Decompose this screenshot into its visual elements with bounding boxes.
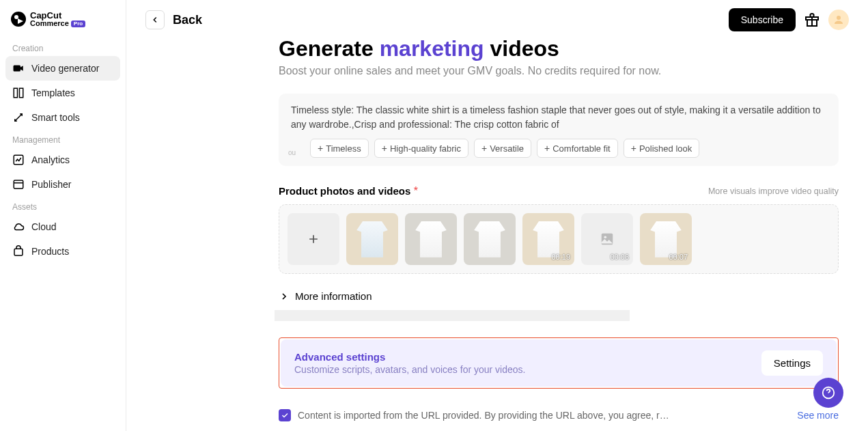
content: Generate marketing videos Boost your onl… [126, 40, 868, 431]
sidebar-item-cloud[interactable]: Cloud [5, 214, 120, 239]
brand-text: CapCut Commerce Pro [30, 11, 85, 27]
tag-versatile[interactable]: +Versatile [474, 139, 531, 158]
sidebar-item-label: Analytics [31, 154, 70, 165]
video-generator-icon [12, 62, 25, 74]
media-label: Product photos and videos * [279, 185, 418, 197]
sidebar-item-video-generator[interactable]: Video generator [5, 56, 120, 81]
media-item[interactable]: 00:06 [581, 213, 633, 265]
tag-comfortable-fit[interactable]: +Comfortable fit [537, 139, 618, 158]
media-item[interactable]: 00:19 [522, 213, 574, 265]
back-label: Back [173, 13, 202, 27]
sidebar-item-label: Publisher [31, 179, 71, 190]
tag-list: +Timeless +High-quality fabric +Versatil… [291, 139, 826, 158]
media-item[interactable]: 00:07 [640, 213, 692, 265]
description-counter: ou [288, 150, 296, 156]
plus-icon: + [631, 143, 636, 154]
sidebar-item-products[interactable]: Products [5, 239, 120, 264]
advanced-settings-highlight: Advanced settings Customize scripts, ava… [279, 337, 839, 389]
media-add-button[interactable] [288, 213, 339, 265]
settings-button[interactable]: Settings [761, 350, 823, 376]
media-hint: More visuals improve video quality [708, 186, 839, 196]
plus-icon: + [318, 143, 323, 154]
sidebar-item-label: Templates [31, 87, 75, 98]
description-box[interactable]: Timeless style: The classic white shirt … [279, 94, 839, 166]
advanced-desc: Customize scripts, avatars, and voices f… [294, 364, 525, 375]
sidebar-item-label: Cloud [31, 221, 57, 232]
question-icon [821, 385, 836, 400]
topbar: Back Subscribe [126, 0, 868, 40]
plus-icon: + [481, 143, 487, 154]
description-text: Timeless style: The classic white shirt … [291, 103, 826, 132]
sidebar: CapCut Commerce Pro Creation Video gener… [0, 0, 126, 431]
sidebar-item-analytics[interactable]: Analytics [5, 148, 120, 172]
svg-rect-1 [14, 88, 17, 98]
svg-point-10 [604, 236, 606, 239]
media-duration: 00:06 [610, 253, 629, 261]
media-item[interactable] [346, 213, 398, 265]
advanced-settings-panel: Advanced settings Customize scripts, ava… [281, 339, 837, 387]
svg-rect-0 [14, 66, 21, 72]
products-icon [12, 245, 25, 258]
media-section-header: Product photos and videos * More visuals… [279, 185, 839, 197]
media-item[interactable] [405, 213, 457, 265]
image-placeholder-icon [600, 232, 615, 247]
media-duration: 00:07 [669, 253, 688, 261]
svg-rect-4 [14, 180, 23, 189]
media-item[interactable] [464, 213, 516, 265]
sidebar-item-templates[interactable]: Templates [5, 81, 120, 105]
subscribe-button[interactable]: Subscribe [729, 8, 796, 31]
see-more-link[interactable]: See more [797, 410, 839, 421]
sidebar-item-smart-tools[interactable]: Smart tools [5, 105, 120, 130]
consent-text: Content is imported from the URL provide… [298, 410, 790, 421]
main: Back Subscribe Generate marketing videos… [126, 0, 868, 431]
pro-badge: Pro [71, 20, 85, 27]
publisher-icon [12, 178, 25, 191]
media-duration: 00:19 [551, 253, 570, 261]
collapsed-placeholder [275, 310, 630, 321]
brand-line2: Commerce Pro [30, 20, 85, 27]
help-fab[interactable] [813, 378, 843, 408]
more-information-toggle[interactable]: More information [279, 288, 839, 305]
tag-timeless[interactable]: +Timeless [310, 139, 369, 158]
nav-section-assets: Assets [5, 197, 120, 214]
templates-icon [12, 87, 25, 99]
smart-tools-icon [12, 111, 25, 124]
svg-rect-2 [20, 88, 23, 98]
plus-icon [307, 232, 320, 246]
media-strip: 00:19 00:06 00:07 [279, 204, 839, 274]
svg-rect-5 [14, 249, 23, 255]
cloud-icon [12, 221, 25, 233]
page-subtitle: Boost your online sales and meet your GM… [279, 65, 839, 77]
chevron-right-icon [279, 291, 290, 302]
sidebar-item-label: Smart tools [31, 112, 80, 123]
advanced-title: Advanced settings [294, 351, 525, 363]
plus-icon: + [544, 143, 550, 154]
plus-icon: + [382, 143, 387, 154]
nav-section-creation: Creation [5, 38, 120, 56]
capcut-icon [11, 12, 26, 27]
consent-row: Content is imported from the URL provide… [279, 409, 839, 421]
brand-logo[interactable]: CapCut Commerce Pro [5, 8, 120, 38]
sidebar-item-publisher[interactable]: Publisher [5, 172, 120, 197]
avatar[interactable] [828, 10, 849, 30]
check-icon [281, 411, 289, 419]
tag-high-quality-fabric[interactable]: +High-quality fabric [374, 139, 468, 158]
consent-checkbox[interactable] [279, 409, 291, 421]
nav-section-management: Management [5, 130, 120, 148]
chevron-left-icon [150, 15, 160, 25]
sidebar-item-label: Products [31, 246, 69, 257]
tag-polished-look[interactable]: +Polished look [624, 139, 700, 158]
sidebar-item-label: Video generator [31, 63, 99, 74]
svg-point-8 [837, 16, 841, 20]
gift-icon[interactable] [804, 12, 820, 28]
required-mark: * [414, 185, 418, 197]
page-title: Generate marketing videos [279, 40, 839, 61]
back-button[interactable] [145, 10, 165, 29]
analytics-icon [12, 154, 25, 166]
